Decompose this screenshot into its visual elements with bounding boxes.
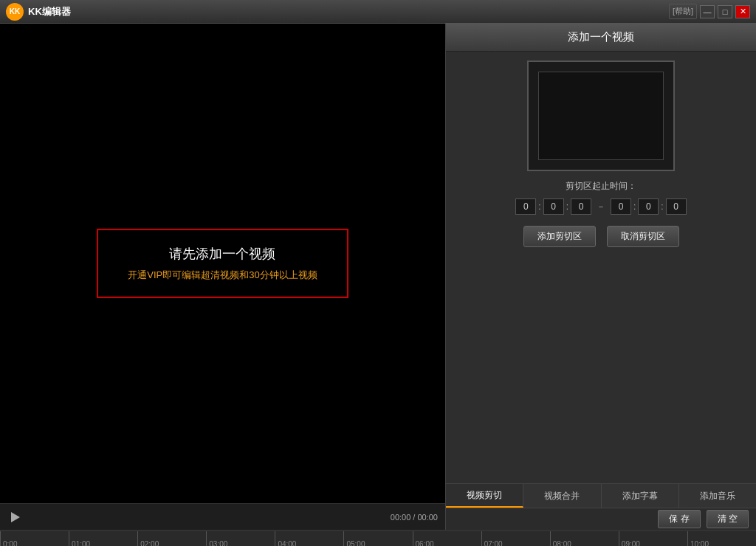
help-link[interactable]: [帮助] xyxy=(669,4,697,19)
clip-section: 剪切区起止时间： : : － : : 添加剪切区 取消剪切区 xyxy=(446,180,756,483)
minimize-button[interactable]: — xyxy=(700,5,715,18)
ruler-label: 01:00 xyxy=(69,540,90,546)
ruler-segment: 01:00 xyxy=(69,531,137,546)
ruler-ticks: 0:0001:0002:0003:0004:0005:0006:0007:000… xyxy=(0,531,756,546)
placeholder-main-text: 请先添加一个视频 xyxy=(128,245,317,263)
close-button[interactable]: ✕ xyxy=(735,5,750,18)
start-hour-input[interactable] xyxy=(515,198,536,215)
video-player: 请先添加一个视频 开通VIP即可编辑超清视频和30分钟以上视频 xyxy=(0,24,445,503)
ruler-label: 0:00 xyxy=(1,540,17,546)
add-clip-button[interactable]: 添加剪切区 xyxy=(523,226,596,247)
timeline-ruler: 0:0001:0002:0003:0004:0005:0006:0007:000… xyxy=(0,531,756,546)
clip-time-label: 剪切区起止时间： xyxy=(457,180,745,193)
tab-video-merge[interactable]: 视频合并 xyxy=(523,484,601,508)
time-dash: － xyxy=(597,201,605,213)
thumbnail-inner xyxy=(538,72,664,160)
start-min-input[interactable] xyxy=(543,198,564,215)
placeholder-sub-text: 开通VIP即可编辑超清视频和30分钟以上视频 xyxy=(128,269,317,282)
ruler-segment: 0:00 xyxy=(0,531,69,546)
titlebar-left: KK KK编辑器 xyxy=(6,3,71,21)
clip-buttons: 添加剪切区 取消剪切区 xyxy=(457,226,745,247)
thumbnail-area xyxy=(527,61,675,171)
tab-add-subtitle[interactable]: 添加字幕 xyxy=(602,484,679,508)
ruler-segment: 07:00 xyxy=(481,531,550,546)
ruler-label: 07:00 xyxy=(482,540,503,546)
panel-tabs: 视频剪切 视频合并 添加字幕 添加音乐 xyxy=(446,483,756,508)
ruler-label: 10:00 xyxy=(688,540,709,546)
ruler-label: 09:00 xyxy=(619,540,640,546)
video-placeholder: 请先添加一个视频 开通VIP即可编辑超清视频和30分钟以上视频 xyxy=(97,229,348,298)
video-controls: 00:00 / 00:00 xyxy=(0,503,445,530)
app-logo: KK xyxy=(6,3,24,21)
panel-header: 添加一个视频 xyxy=(446,24,756,52)
ruler-segment: 03:00 xyxy=(206,531,275,546)
ruler-label: 03:00 xyxy=(207,540,227,546)
ruler-segment: 09:00 xyxy=(619,531,687,546)
ruler-segment: 06:00 xyxy=(413,531,481,546)
ruler-segment: 08:00 xyxy=(550,531,619,546)
ruler-segment: 05:00 xyxy=(343,531,412,546)
ruler-segment: 04:00 xyxy=(275,531,343,546)
ruler-segment: 02:00 xyxy=(137,531,206,546)
titlebar: KK KK编辑器 [帮助] — □ ✕ xyxy=(0,0,756,24)
tab-add-music[interactable]: 添加音乐 xyxy=(679,484,756,508)
play-button[interactable] xyxy=(7,509,24,525)
ruler-label: 05:00 xyxy=(344,540,365,546)
timeline-section: 0:0001:0002:0003:0004:0005:0006:0007:000… xyxy=(0,530,756,546)
sep4: : xyxy=(661,201,663,212)
tab-video-cut[interactable]: 视频剪切 xyxy=(446,484,523,508)
clear-button[interactable]: 清 空 xyxy=(707,510,749,528)
sep2: : xyxy=(566,201,568,212)
sep1: : xyxy=(538,201,540,212)
save-button[interactable]: 保 存 xyxy=(658,510,700,528)
ruler-label: 04:00 xyxy=(275,540,296,546)
main-content: 请先添加一个视频 开通VIP即可编辑超清视频和30分钟以上视频 00:00 / … xyxy=(0,24,756,530)
time-inputs: : : － : : xyxy=(457,198,745,215)
ruler-segment: 10:00 xyxy=(687,531,756,546)
ruler-label: 08:00 xyxy=(551,540,571,546)
right-panel: 添加一个视频 剪切区起止时间： : : － : : 添加剪切区 xyxy=(446,24,756,530)
app-title: KK编辑器 xyxy=(28,5,71,18)
ruler-label: 06:00 xyxy=(413,540,434,546)
play-icon xyxy=(11,512,20,522)
video-area: 请先添加一个视频 开通VIP即可编辑超清视频和30分钟以上视频 00:00 / … xyxy=(0,24,446,530)
sep3: : xyxy=(633,201,636,212)
cancel-clip-button[interactable]: 取消剪切区 xyxy=(607,226,679,247)
time-display: 00:00 / 00:00 xyxy=(391,513,438,522)
panel-header-title: 添加一个视频 xyxy=(568,30,634,44)
action-row: 保 存 清 空 xyxy=(446,508,756,530)
start-sec-input[interactable] xyxy=(571,198,591,215)
end-hour-input[interactable] xyxy=(611,198,631,215)
end-min-input[interactable] xyxy=(638,198,659,215)
end-sec-input[interactable] xyxy=(666,198,687,215)
maximize-button[interactable]: □ xyxy=(718,5,732,18)
ruler-label: 02:00 xyxy=(138,540,159,546)
titlebar-right: [帮助] — □ ✕ xyxy=(669,4,750,19)
